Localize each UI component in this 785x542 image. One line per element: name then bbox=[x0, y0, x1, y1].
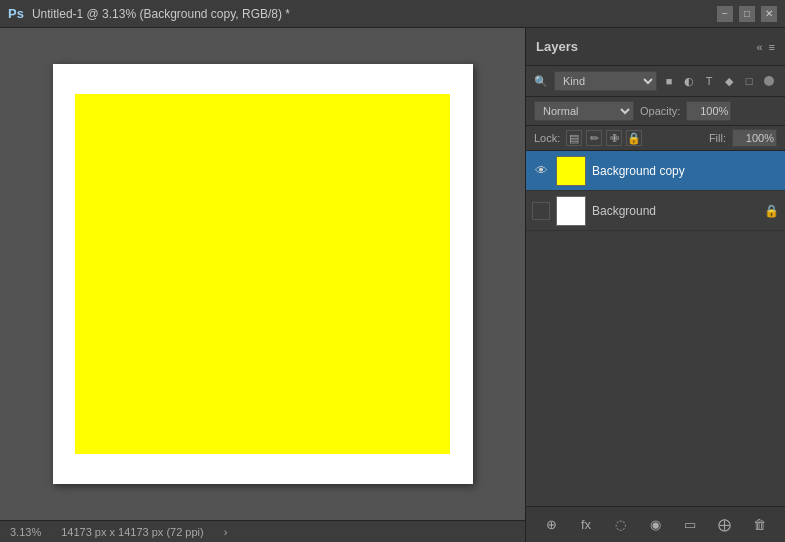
adjustment-button[interactable]: ◉ bbox=[644, 514, 666, 536]
eye-icon: 👁 bbox=[535, 163, 548, 178]
lock-transparent-icon[interactable]: ▤ bbox=[566, 130, 582, 146]
lock-all-icon[interactable]: 🔒 bbox=[626, 130, 642, 146]
status-arrow[interactable]: › bbox=[224, 526, 228, 538]
document-title: Untitled-1 @ 3.13% (Background copy, RGB… bbox=[32, 7, 717, 21]
title-bar: Ps Untitled-1 @ 3.13% (Background copy, … bbox=[0, 0, 785, 28]
canvas-document bbox=[53, 64, 473, 484]
lock-icons: ▤ ✏ ✙ 🔒 bbox=[566, 130, 703, 146]
panel-title: Layers bbox=[536, 39, 578, 54]
fx-button[interactable]: fx bbox=[575, 514, 597, 536]
blend-mode-select[interactable]: Normal Dissolve Multiply Screen Overlay bbox=[534, 101, 634, 121]
lock-position-icon[interactable]: ✙ bbox=[606, 130, 622, 146]
filter-kind-select[interactable]: Kind bbox=[554, 71, 657, 91]
layer-thumbnail bbox=[556, 196, 586, 226]
layers-panel: Layers « ≡ 🔍 Kind ■ ◐ T ◆ □ Nor bbox=[525, 28, 785, 542]
lock-badge-icon: 🔒 bbox=[764, 204, 779, 218]
main-layout: 3.13% 14173 px x 14173 px (72 ppi) › Lay… bbox=[0, 28, 785, 542]
layer-thumb-white bbox=[557, 197, 585, 225]
delete-layer-button[interactable]: 🗑 bbox=[749, 514, 771, 536]
link-layers-button[interactable]: ⊕ bbox=[540, 514, 562, 536]
panel-footer: ⊕ fx ◌ ◉ ▭ ⨁ 🗑 bbox=[526, 506, 785, 542]
smart-filter-icon[interactable]: □ bbox=[741, 73, 757, 89]
new-layer-button[interactable]: ⨁ bbox=[714, 514, 736, 536]
status-bar: 3.13% 14173 px x 14173 px (72 ppi) › bbox=[0, 520, 525, 542]
canvas-viewport[interactable] bbox=[0, 28, 525, 520]
lock-label: Lock: bbox=[534, 132, 560, 144]
opacity-input[interactable] bbox=[686, 101, 731, 121]
layer-visibility-empty[interactable] bbox=[532, 202, 550, 220]
canvas-area: 3.13% 14173 px x 14173 px (72 ppi) › bbox=[0, 28, 525, 542]
group-button[interactable]: ▭ bbox=[679, 514, 701, 536]
shape-filter-icon[interactable]: ◆ bbox=[721, 73, 737, 89]
panel-menu-icon[interactable]: ≡ bbox=[769, 41, 775, 53]
layer-name: Background bbox=[592, 204, 758, 218]
layer-item[interactable]: 👁 Background copy bbox=[526, 151, 785, 191]
filter-icons: ■ ◐ T ◆ □ bbox=[661, 73, 777, 89]
zoom-level: 3.13% bbox=[10, 526, 41, 538]
document-dimensions: 14173 px x 14173 px (72 ppi) bbox=[61, 526, 204, 538]
minimize-button[interactable]: − bbox=[717, 6, 733, 22]
canvas-yellow-fill bbox=[75, 94, 450, 454]
layer-name: Background copy bbox=[592, 164, 779, 178]
window-controls: − □ ✕ bbox=[717, 6, 777, 22]
fill-input[interactable] bbox=[732, 129, 777, 147]
layer-thumb-yellow bbox=[557, 157, 585, 185]
layer-list: 👁 Background copy Background 🔒 bbox=[526, 151, 785, 506]
panel-header: Layers « ≡ bbox=[526, 28, 785, 66]
blend-row: Normal Dissolve Multiply Screen Overlay … bbox=[526, 97, 785, 126]
restore-button[interactable]: □ bbox=[739, 6, 755, 22]
fill-label: Fill: bbox=[709, 132, 726, 144]
ps-logo: Ps bbox=[8, 6, 24, 21]
adjust-filter-icon[interactable]: ◐ bbox=[681, 73, 697, 89]
opacity-label: Opacity: bbox=[640, 105, 680, 117]
close-button[interactable]: ✕ bbox=[761, 6, 777, 22]
lock-image-icon[interactable]: ✏ bbox=[586, 130, 602, 146]
layer-thumbnail bbox=[556, 156, 586, 186]
type-filter-icon[interactable]: T bbox=[701, 73, 717, 89]
collapse-panel-icon[interactable]: « bbox=[756, 41, 762, 53]
lock-row: Lock: ▤ ✏ ✙ 🔒 Fill: bbox=[526, 126, 785, 151]
layer-visibility-toggle[interactable]: 👁 bbox=[532, 162, 550, 180]
panel-header-icons: « ≡ bbox=[756, 41, 775, 53]
layer-item[interactable]: Background 🔒 bbox=[526, 191, 785, 231]
filter-label: 🔍 bbox=[534, 75, 548, 88]
pixel-filter-icon[interactable]: ■ bbox=[661, 73, 677, 89]
add-mask-button[interactable]: ◌ bbox=[610, 514, 632, 536]
filter-circle-toggle[interactable] bbox=[761, 73, 777, 89]
filter-row: 🔍 Kind ■ ◐ T ◆ □ bbox=[526, 66, 785, 97]
